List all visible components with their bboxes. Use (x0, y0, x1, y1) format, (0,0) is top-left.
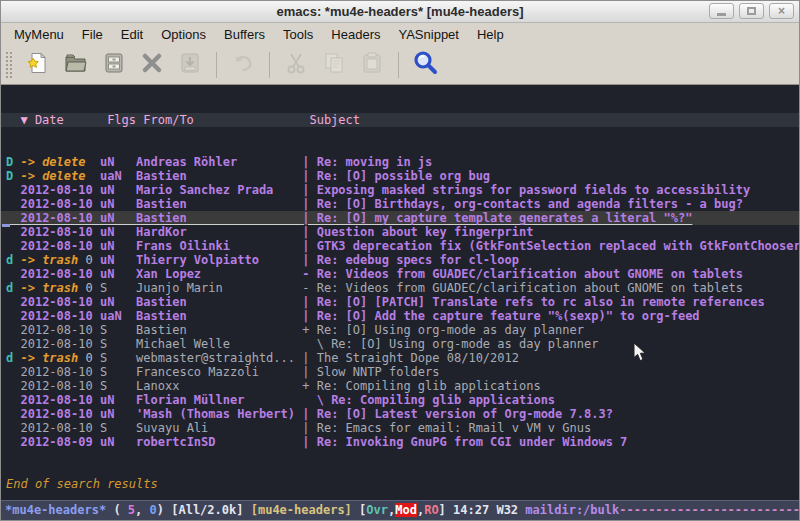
menu-buffers[interactable]: Buffers (215, 24, 274, 45)
mark-letter (6, 183, 20, 197)
search-button[interactable] (406, 49, 444, 81)
mark-letter (6, 295, 20, 309)
menu-yasnippet[interactable]: YASnippet (389, 24, 467, 45)
trash-mark: -> trash (20, 253, 78, 267)
message-flags: S (100, 323, 136, 337)
menu-options[interactable]: Options (152, 24, 215, 45)
message-row[interactable]: 2012-08-10 S Bastien + Re: [O] Using org… (6, 323, 799, 337)
message-date: 2012-08-10 (20, 323, 99, 337)
message-flags: S (100, 281, 136, 295)
cut-icon (284, 51, 308, 79)
window-title: emacs: *mu4e-headers* [mu4e-headers] (276, 4, 523, 19)
cut-button (277, 49, 315, 81)
message-row[interactable]: 2012-08-10 uN Mario Sanchez Prada | Expo… (6, 183, 799, 197)
message-row-text: 2012-08-10 S Lanoxx + Re: Compiling glib… (6, 379, 541, 393)
message-subject: | GTK3 deprecation fix (GtkFontSelection… (302, 239, 799, 253)
new-file-button[interactable] (19, 49, 57, 81)
mark-letter (6, 407, 20, 421)
message-row-text: 2012-08-10 S Francesco Mazzoli | Slow NN… (6, 365, 440, 379)
modeline-segment: 5 (128, 503, 135, 517)
message-from: Bastien (136, 295, 302, 309)
message-from: Thierry Volpiatto (136, 253, 302, 267)
message-subject: | Re: edebug specs for cl-loop (302, 253, 519, 267)
new-file-icon (26, 51, 50, 79)
message-row-text: 2012-08-10 uN Bastien | Re: [O] my captu… (6, 211, 692, 225)
mode-line[interactable]: *mu4e-headers* ( 5, 0) [All/2.0k] [mu4e-… (1, 500, 799, 520)
mark-letter (6, 393, 20, 407)
message-row[interactable]: 2012-08-10 S Suvayu Ali | Re: Emacs for … (6, 421, 799, 435)
tool-bar (1, 46, 799, 85)
message-subject: \ Re: Compiling glib applications (302, 393, 555, 407)
open-folder-button[interactable] (57, 49, 95, 81)
message-from: HardKor (136, 225, 302, 239)
toolbar-separator (216, 52, 217, 78)
message-subject: | Slow NNTP folders (302, 365, 439, 379)
message-date: 2012-08-10 (20, 365, 99, 379)
message-flags: uN (100, 435, 136, 449)
headers-column-row: ▼ Date Flgs From/To Subject (1, 113, 799, 127)
message-row[interactable]: 2012-08-10 S Lanoxx + Re: Compiling glib… (6, 379, 799, 393)
window-controls: × (709, 3, 794, 19)
message-row[interactable]: 2012-08-10 uN HardKor | Question about k… (6, 225, 799, 239)
message-date: 2012-08-10 (20, 211, 99, 225)
message-subject: | Question about key fingerprint (302, 225, 533, 239)
message-row[interactable]: d -> trash 0 uN Thierry Volpiatto | Re: … (6, 253, 799, 267)
modeline-segment: 14:27 W32 (453, 503, 525, 517)
message-row[interactable]: 2012-08-10 uN Bastien | Re: [O] Birthday… (6, 197, 799, 211)
message-flags: uN (100, 225, 136, 239)
message-date: 2012-08-10 (20, 183, 99, 197)
close-button[interactable] (133, 49, 171, 81)
message-date: 2012-08-10 (20, 295, 99, 309)
message-date: 2012-08-10 (20, 337, 99, 351)
message-row[interactable]: 2012-08-10 uaN Bastien | Re: [O] Add the… (6, 309, 799, 323)
paste-icon (360, 51, 384, 79)
maximize-button[interactable] (739, 3, 764, 19)
menu-help[interactable]: Help (468, 24, 513, 45)
message-row[interactable]: 2012-08-10 S Francesco Mazzoli | Slow NN… (6, 365, 799, 379)
modeline-segment: [mu4e-headers] (251, 503, 359, 517)
message-row[interactable]: 2012-08-10 uN Xan Lopez - Re: Videos fro… (6, 267, 799, 281)
message-flags: uaN (100, 169, 136, 183)
message-from: Florian Müllner (136, 393, 302, 407)
menu-mymenu[interactable]: MyMenu (5, 24, 73, 45)
close-button[interactable]: × (769, 3, 794, 19)
mu4e-headers-buffer[interactable]: ▼ Date Flgs From/To Subject D -> delete … (1, 85, 799, 500)
message-row[interactable]: 2012-08-10 uN 'Mash (Thomas Herbert) | R… (6, 407, 799, 421)
mark-letter: D (6, 155, 20, 169)
trash-mark: -> trash (20, 281, 78, 295)
message-row[interactable]: 2012-08-10 uN Frans Oilinki | GTK3 depre… (6, 239, 799, 253)
message-row-text: 2012-08-10 uN Bastien | Re: [O] [PATCH] … (6, 295, 765, 309)
message-row[interactable]: 2012-08-10 S Michael Welle \ Re: [O] Usi… (6, 337, 799, 351)
message-from: robertcInSD (136, 435, 302, 449)
message-subject: - Re: Videos from GUADEC/clarification a… (302, 281, 743, 295)
menu-headers[interactable]: Headers (322, 24, 389, 45)
minimize-button[interactable] (709, 3, 734, 19)
delete-mark: -> delete (20, 155, 85, 169)
modeline-segment: RO (424, 503, 438, 517)
message-row[interactable]: d -> trash 0 S webmaster@straightd... | … (6, 351, 799, 365)
message-from: Juanjo Marin (136, 281, 302, 295)
title-bar[interactable]: emacs: *mu4e-headers* [mu4e-headers] × (1, 1, 799, 23)
trash-mark: -> trash (20, 351, 78, 365)
open-folder-icon (64, 51, 88, 79)
menu-tools[interactable]: Tools (274, 24, 322, 45)
message-row[interactable]: 2012-08-10 uN Bastien | Re: [O] [PATCH] … (6, 295, 799, 309)
toolbar-drag-handle[interactable] (5, 51, 13, 79)
message-row[interactable]: D -> delete uaN Bastien | Re: [O] possib… (6, 169, 799, 183)
save-as-icon (178, 51, 202, 79)
message-row[interactable]: 2012-08-10 uN Florian Müllner \ Re: Comp… (6, 393, 799, 407)
message-date: 2012-08-10 (20, 197, 99, 211)
message-row[interactable]: 2012-08-10 uN Bastien | Re: [O] my captu… (1, 211, 799, 225)
message-date: 2012-08-10 (20, 309, 99, 323)
mark-letter: d (6, 351, 20, 365)
menu-edit[interactable]: Edit (112, 24, 152, 45)
menu-file[interactable]: File (73, 24, 112, 45)
save-button[interactable] (95, 49, 133, 81)
close-icon: × (778, 5, 785, 17)
message-row-text: 2012-08-10 uaN Bastien | Re: [O] Add the… (6, 309, 700, 323)
message-date: 2012-08-10 (20, 407, 99, 421)
message-row[interactable]: D -> delete uN Andreas Röhler | Re: movi… (6, 155, 799, 169)
message-row[interactable]: d -> trash 0 S Juanjo Marin - Re: Videos… (6, 281, 799, 295)
message-row[interactable]: 2012-08-09 uN robertcInSD | Re: Invoking… (6, 435, 799, 449)
message-date: 2012-08-10 (20, 379, 99, 393)
